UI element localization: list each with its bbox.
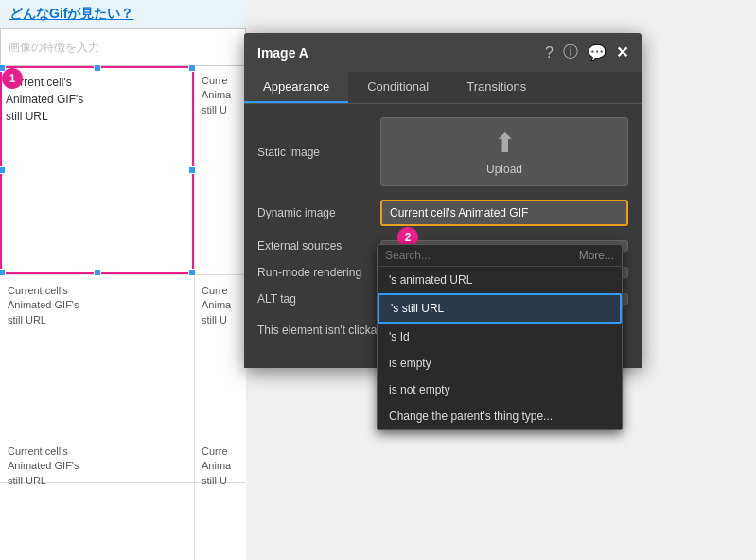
dropdown-item-still-url[interactable]: 's still URL	[378, 293, 622, 324]
dropdown-item-is-empty[interactable]: is empty	[378, 350, 622, 376]
image-search-input[interactable]: 画像の特徴を入力	[0, 28, 246, 66]
handle-bm[interactable]	[94, 269, 101, 276]
clickable-label: This element isn't clickable	[257, 324, 392, 337]
dropdown-item-is-not-empty[interactable]: is not empty	[378, 376, 622, 403]
static-image-label: Static image	[257, 146, 380, 159]
handle-bl[interactable]	[0, 269, 6, 276]
dynamic-image-label: Dynamic image	[257, 206, 380, 219]
tab-conditional[interactable]: Conditional	[348, 72, 448, 103]
grid-cell-5: CurreAnimastill U	[202, 74, 231, 117]
close-icon[interactable]: ✕	[616, 44, 628, 61]
dropdown-menu: More... 's animated URL 's still URL 's …	[377, 244, 623, 430]
dynamic-image-field[interactable]: Current cell's Animated GIF	[380, 200, 628, 226]
modal-icon-group: ? ⓘ 💬 ✕	[545, 43, 628, 62]
static-image-row: Static image ⬆ Upload	[257, 117, 628, 186]
dropdown-search-bar: More...	[378, 245, 622, 267]
handle-tr[interactable]	[188, 64, 196, 72]
grid-cell-2: Current cell'sAnimated GIF'sstill URL	[8, 445, 79, 488]
handle-tm[interactable]	[94, 64, 101, 72]
info-icon[interactable]: ⓘ	[563, 43, 578, 62]
handle-mr[interactable]	[188, 166, 196, 174]
dropdown-item-animated-url[interactable]: 's animated URL	[378, 267, 622, 293]
dropdown-more-link[interactable]: More...	[579, 249, 614, 262]
comment-icon[interactable]: 💬	[588, 44, 607, 61]
grid-cell-1: Current cell'sAnimated GIF'sstill URL	[8, 284, 79, 327]
input-placeholder-text: 画像の特徴を入力	[9, 40, 99, 56]
modal-tabs: Appearance Conditional Transitions	[244, 72, 642, 104]
banner-text: どんなGifが見たい？	[9, 6, 133, 23]
run-mode-label: Run-mode rendering	[257, 266, 380, 279]
dynamic-image-value: Current cell's Animated GIF	[390, 206, 528, 219]
modal-title: Image A	[257, 45, 308, 61]
dropdown-item-change-parent[interactable]: Change the parent's thing type...	[378, 403, 622, 429]
upload-area[interactable]: ⬆ Upload	[380, 117, 628, 186]
grid-line-h-1	[0, 274, 246, 275]
upload-text: Upload	[486, 163, 522, 176]
help-icon[interactable]: ?	[545, 44, 554, 61]
dynamic-image-row: Dynamic image Current cell's Animated GI…	[257, 200, 628, 226]
tab-transitions[interactable]: Transitions	[448, 72, 545, 103]
external-sources-label: External sources	[257, 239, 380, 253]
upload-icon: ⬆	[494, 128, 516, 159]
top-banner: どんなGifが見たい？	[0, 0, 246, 28]
tab-appearance[interactable]: Appearance	[244, 72, 348, 103]
handle-ml[interactable]	[0, 166, 6, 174]
grid-line-v	[194, 66, 195, 560]
alt-tag-label: ALT tag	[257, 292, 380, 306]
dropdown-item-id[interactable]: 's Id	[378, 324, 622, 350]
modal-header: Image A ? ⓘ 💬 ✕	[244, 33, 642, 72]
grid-cell-4: CurreAnimastill U	[202, 445, 231, 488]
handle-br[interactable]	[188, 269, 196, 276]
grid-cell-3: CurreAnimastill U	[202, 284, 231, 327]
badge-1: 1	[2, 68, 23, 89]
dropdown-search-input[interactable]	[385, 249, 571, 262]
